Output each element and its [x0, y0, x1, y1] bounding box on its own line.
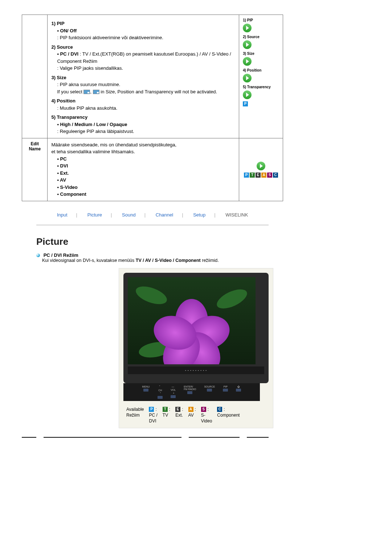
edit-name-content: Määrake sisendseade, mis on ühendatud si…: [48, 138, 239, 201]
side-source: 2) Source: [243, 35, 279, 40]
tab-input[interactable]: Input: [57, 212, 68, 218]
transparency-desc: : Reguleerige PIP akna läbipaistvust.: [57, 128, 235, 135]
avail-col: T:TV: [163, 407, 170, 424]
power-button[interactable]: ⏻: [236, 385, 241, 399]
size-head: 3) Size: [51, 74, 235, 81]
avail-col: C:Component: [217, 407, 240, 424]
avail-label: Available Režiim: [126, 407, 144, 418]
side-transparency: 5) Transparency: [243, 85, 279, 90]
bullet-icon: [36, 254, 40, 257]
available-modes: Available Režiim P:PC /DVIT:TVE:Ext.A:AV…: [126, 407, 269, 424]
play-icon: [243, 40, 252, 49]
enter-button[interactable]: ENTER/ FM RADIO: [184, 385, 196, 399]
size-desc1: : PIP akna suuruse muutmine.: [57, 81, 235, 88]
section-title: Picture: [36, 236, 370, 247]
position-head: 4) Position: [51, 97, 235, 105]
source-desc: : Valige PIP jaoks sisendallikas.: [57, 65, 235, 72]
a-badge: A: [188, 407, 193, 412]
s-badge: S: [267, 173, 272, 178]
pip-size-icon: [83, 90, 90, 94]
c-badge: C: [273, 173, 278, 178]
source-bullet: • PC / DVI : TV / Ext.(EXT(RGB) on peami…: [57, 50, 235, 65]
pip-content: 1) PIP • ON/ Off : PIP funktsiooni aktiv…: [48, 15, 239, 138]
monitor-screenshot: • • • • • • • • • MENU ˅ CH ˄ — VOL + EN…: [119, 268, 273, 428]
nav-tabs: Input| Picture| Sound| Channel| Setup| W…: [22, 212, 283, 218]
transparency-bullet: • High / Medium / Low / Opaque: [57, 121, 235, 128]
vol-button[interactable]: — VOL +: [171, 385, 176, 399]
tab-setup[interactable]: Setup: [193, 212, 205, 218]
side-position: 4) Position: [243, 68, 279, 73]
transparency-head: 5) Transparency: [51, 114, 235, 121]
play-icon: [243, 57, 252, 66]
c-badge: C: [217, 407, 222, 412]
pip-head: 1) PIP: [51, 20, 235, 27]
edit-desc1: Määrake sisendseade, mis on ühendatud si…: [51, 141, 235, 149]
side-pip: 1) PIP: [243, 18, 279, 23]
position-desc: : Muutke PIP akna asukohta.: [57, 105, 235, 112]
pip-side: 1) PIP 2) Source 3) Size 4) Position 5) …: [239, 15, 283, 138]
bul-av: • AV: [57, 177, 66, 183]
source-head: 2) Source: [51, 44, 235, 51]
p-badge: P: [149, 407, 154, 412]
e-badge: E: [175, 407, 180, 412]
tab-channel[interactable]: Channel: [156, 212, 173, 218]
bul-component: • Component: [57, 191, 86, 197]
play-icon: [243, 74, 252, 82]
ch-down-button[interactable]: ˅ CH ˄: [158, 385, 163, 399]
flower-image: [159, 288, 224, 353]
pip-button[interactable]: PIP: [223, 385, 228, 399]
divider: [36, 225, 269, 225]
edit-desc2: et teha sisendallika valimine lihtsamaks…: [51, 148, 235, 155]
edit-name-side: P T E A S C: [239, 138, 283, 201]
settings-table: 1) PIP • ON/ Off : PIP funktsiooni aktiv…: [22, 15, 283, 201]
a-badge: A: [261, 173, 266, 178]
edit-name-row: Edit Name Määrake sisendseade, mis on üh…: [22, 138, 283, 201]
bul-svideo: • S-Video: [57, 185, 77, 190]
bul-ext: • Ext.: [57, 170, 69, 176]
bottom-rule: [22, 437, 283, 438]
monitor-buttons: MENU ˅ CH ˄ — VOL + ENTER/ FM RADIO SOUR…: [123, 383, 260, 401]
pip-desc: : PIP funktsiooni aktiveerimine või deak…: [57, 34, 235, 41]
p-badge: P: [244, 173, 249, 178]
tab-picture[interactable]: Picture: [87, 212, 102, 218]
s-badge: S: [201, 407, 206, 412]
bul-dvi: • DVI: [57, 163, 68, 169]
tab-sound[interactable]: Sound: [122, 212, 136, 218]
source-button[interactable]: SOURCE: [204, 385, 215, 399]
t-badge: T: [250, 173, 255, 178]
size-desc2: If you select , in Size, Position and Tr…: [57, 88, 235, 96]
pip-size-icon-2: [93, 90, 99, 94]
monitor-frame: • • • • • • • • •: [123, 273, 269, 383]
mode-description: Kui videosignaal on DVI-s, kuvatakse men…: [42, 258, 370, 263]
avail-col: P:PC /DVI: [149, 407, 157, 424]
pip-label-cell: [22, 15, 48, 138]
play-icon: [243, 24, 252, 32]
pip-on-off: • ON/ Off: [57, 27, 235, 35]
mode-heading: PC / DVI Režiim: [36, 252, 370, 258]
avail-col: E:Ext.: [175, 407, 183, 424]
avail-col: S:S-Video: [201, 407, 212, 424]
menu-button[interactable]: MENU: [142, 385, 150, 399]
p-badge: P: [243, 101, 248, 106]
play-icon: [257, 162, 265, 170]
play-icon: [243, 90, 252, 99]
monitor-screen: [128, 277, 256, 364]
t-badge: T: [163, 407, 168, 412]
edit-name-label: Edit Name: [22, 138, 48, 201]
tab-wiselink[interactable]: WISELINK: [225, 212, 248, 218]
side-size: 3) Size: [243, 51, 279, 56]
avail-col: A:AV: [188, 407, 196, 424]
pip-row: 1) PIP • ON/ Off : PIP funktsiooni aktiv…: [22, 15, 283, 138]
bul-pc: • PC: [57, 156, 66, 162]
letter-icons: P T E A S C: [243, 173, 279, 178]
e-badge: E: [256, 173, 261, 178]
monitor-led-row: • • • • • • • • •: [128, 366, 264, 374]
avail-columns: P:PC /DVIT:TVE:Ext.A:AVS:S-VideoC:Compon…: [149, 407, 240, 424]
